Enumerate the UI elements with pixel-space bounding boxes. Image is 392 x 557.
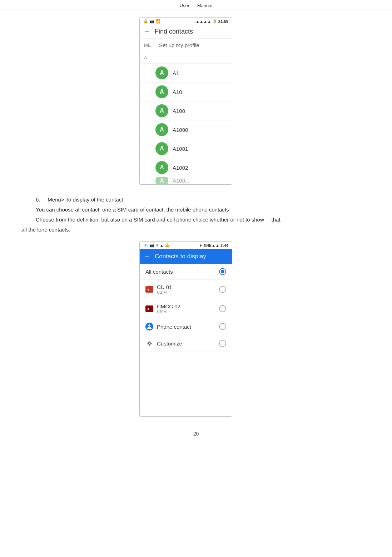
page-number: 20 — [0, 424, 392, 440]
phone1-status-bar: 🔒 📷 📶 ▲▲▲▲ 🔋 21:59 — [140, 18, 232, 25]
body-line1: You can choose all contact, one a SIM ca… — [21, 205, 371, 214]
option-phone-contact[interactable]: Phone contact — [140, 318, 232, 335]
contact-avatar-a1000: A — [155, 123, 168, 136]
option-cu01[interactable]: CU 01 USIM — [140, 280, 232, 299]
phone1-time: 21:59 — [218, 19, 228, 24]
phone2-back-button[interactable]: ← — [144, 253, 150, 260]
page-header: User Manual — [0, 0, 392, 10]
cu01-sub: USIM — [157, 290, 172, 294]
body-line3: all the lone contacts. — [21, 225, 371, 234]
phone2-time: 2:44 — [220, 243, 228, 248]
contact-avatar-partial: A — [155, 177, 168, 184]
contact-row[interactable]: A A1000 — [140, 120, 232, 139]
cmcc02-text-block: CMCC 02 USIM — [157, 303, 180, 314]
bullet-point: b. Menu> To display of the contact — [21, 195, 371, 204]
phone2-app-bar: ← Contacts to display — [140, 249, 232, 264]
option-customize[interactable]: Customize — [140, 335, 232, 352]
radio-customize[interactable] — [219, 340, 226, 347]
contact-avatar-a10: A — [155, 85, 168, 98]
person-icon — [145, 323, 153, 330]
signal-icon: ▲▲▲▲ — [195, 19, 211, 24]
option-customize-left: Customize — [145, 339, 182, 347]
phone1-back-button[interactable]: ← — [144, 28, 150, 35]
svg-point-5 — [148, 342, 150, 344]
header-right: Manual — [197, 3, 213, 8]
customize-icon — [145, 339, 153, 347]
cmcc02-label: CMCC 02 — [157, 303, 180, 309]
cu01-text-block: CU 01 USIM — [157, 284, 172, 294]
contact-name-a100: A100 — [173, 108, 185, 114]
option-cmcc02-left: CMCC 02 USIM — [145, 303, 180, 314]
option-cmcc02[interactable]: CMCC 02 USIM — [140, 299, 232, 318]
wifi-icon: 📶 — [155, 19, 160, 24]
phone2-mockup: 📧 📷 ✦ ▲ 🔔 ▼ G4E▲▲ 2:44 ← Contacts to dis… — [139, 241, 232, 417]
phone-contact-label: Phone contact — [157, 324, 191, 330]
contact-avatar-a1: A — [155, 66, 168, 79]
contact-name-partial: A100... — [173, 178, 190, 184]
network-icon: ▼ G4E▲▲ — [199, 243, 219, 248]
contact-name-a1002: A1002 — [173, 165, 188, 171]
phone1-status-left: 🔒 📷 📶 — [143, 19, 160, 24]
contact-row[interactable]: A A10 — [140, 83, 232, 101]
bell-icon: 🔔 — [165, 243, 170, 248]
camera-icon2: 📷 — [149, 243, 154, 248]
contact-avatar-a1001: A — [155, 142, 168, 155]
option-phone-contact-left: Phone contact — [145, 323, 191, 330]
me-label: ME — [144, 43, 155, 48]
option-all-contacts-left: All contacts — [145, 269, 173, 275]
phone1-title: Find contacts — [155, 28, 193, 35]
svg-point-4 — [148, 324, 150, 327]
contact-name-a1: A1 — [173, 70, 179, 76]
phone1-app-bar: ← Find contacts — [140, 25, 232, 39]
section-a-header: A — [140, 52, 232, 64]
contact-name-a1000: A1000 — [173, 127, 188, 133]
lock-icon: 🔒 — [143, 19, 148, 24]
body-line2: Choose from the definition, but also on … — [21, 215, 371, 224]
profile-text[interactable]: Set up my profile — [159, 42, 199, 48]
contact-name-a10: A10 — [173, 89, 182, 95]
display-options-list: All contacts CU 01 USIM — [140, 264, 232, 416]
phone2-status-right: ▼ G4E▲▲ 2:44 — [199, 243, 228, 248]
header-left: User — [180, 3, 189, 8]
section-a-label: A — [144, 55, 155, 60]
email-icon: 📧 — [143, 243, 148, 248]
contact-avatar-a1002: A — [155, 161, 168, 174]
contact-avatar-a100: A — [155, 104, 168, 117]
contact-row[interactable]: A A100... — [140, 177, 232, 184]
customize-label: Customize — [157, 340, 182, 347]
contact-name-a1001: A1001 — [173, 146, 188, 152]
option-all-contacts[interactable]: All contacts — [140, 264, 232, 280]
phone2-empty-space — [140, 352, 232, 416]
contact-row[interactable]: A A1002 — [140, 158, 232, 177]
battery-icon: 🔋 — [212, 19, 217, 24]
contact-row[interactable]: A A1 — [140, 64, 232, 83]
contact-row[interactable]: A A100 — [140, 101, 232, 120]
option-all-contacts-label: All contacts — [145, 269, 173, 275]
contact-row[interactable]: A A1001 — [140, 139, 232, 158]
camera-icon: 📷 — [149, 19, 154, 24]
bullet-label: b. — [36, 197, 40, 203]
radio-cmcc02[interactable] — [219, 305, 226, 312]
phone2-status-bar: 📧 📷 ✦ ▲ 🔔 ▼ G4E▲▲ 2:44 — [140, 242, 232, 249]
phone1-contacts-list: ME Set up my profile A A A1 A A10 A A100… — [140, 39, 232, 184]
me-row: ME Set up my profile — [140, 39, 232, 52]
phone2-title: Contacts to display — [155, 253, 206, 260]
up-arrow-icon: ▲ — [160, 243, 164, 248]
option-cu01-left: CU 01 USIM — [145, 284, 172, 294]
body-text-section: b. Menu> To display of the contact You c… — [21, 195, 371, 234]
cu01-label: CU 01 — [157, 284, 172, 290]
bullet-text: Menu> To display of the contact — [48, 197, 123, 203]
radio-phone-contact[interactable] — [219, 323, 226, 330]
phone2-status-left: 📧 📷 ✦ ▲ 🔔 — [143, 243, 170, 248]
cmcc02-sub: USIM — [157, 309, 180, 314]
star-icon: ✦ — [155, 243, 159, 248]
svg-rect-1 — [148, 289, 149, 290]
sim2-icon — [145, 305, 153, 312]
radio-all-contacts[interactable] — [219, 268, 226, 275]
phone1-status-right: ▲▲▲▲ 🔋 21:59 — [195, 19, 228, 24]
radio-cu01[interactable] — [219, 286, 226, 293]
svg-rect-3 — [148, 308, 149, 310]
sim1-icon — [145, 286, 153, 293]
phone1-mockup: 🔒 📷 📶 ▲▲▲▲ 🔋 21:59 ← Find contacts ME Se… — [139, 17, 232, 185]
